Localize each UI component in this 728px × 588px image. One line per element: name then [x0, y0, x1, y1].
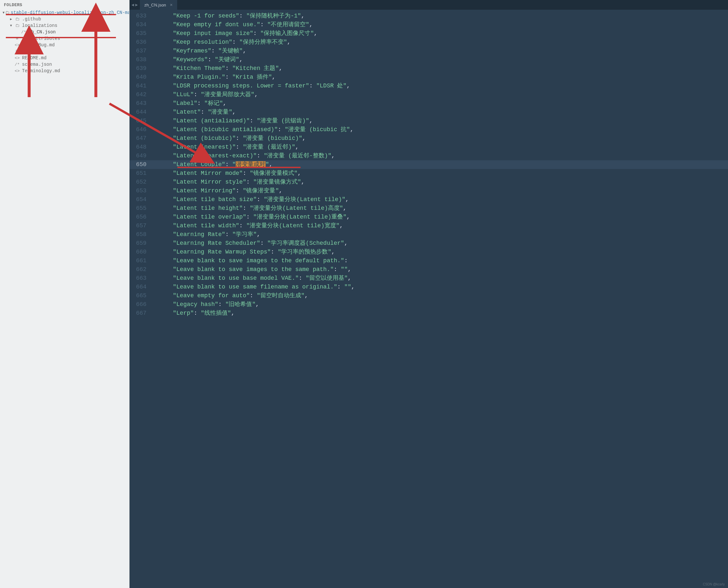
- code-line[interactable]: "Latent tile batch size": "潜变量分块(Latent …: [152, 195, 728, 204]
- gutter-line: 653: [136, 187, 146, 195]
- gutter-line: 642: [136, 90, 146, 99]
- gutter-line: 656: [136, 213, 146, 222]
- tree-item-label: LICENSE: [22, 49, 41, 54]
- tree-item-label: schema.json: [22, 62, 52, 67]
- code-line[interactable]: "Keep -1 for seeds": "保持随机种子为-1",: [152, 12, 728, 20]
- tree-file-gitattributes[interactable]: ≡ .gitattributes: [0, 35, 129, 42]
- folder-icon: 🗀: [14, 23, 21, 28]
- tree-root-folder[interactable]: ▼ 🗀 stable-diffusion-webui-localization-…: [0, 9, 129, 16]
- tree-file-zhcn-json[interactable]: /* zh_CN.json: [0, 29, 129, 35]
- code-line[interactable]: "LDSR processing steps. Lower = faster":…: [152, 82, 728, 90]
- tree-item-label: Terminology.md: [22, 68, 60, 74]
- gutter-line: 639: [136, 64, 146, 73]
- tree-item-label: stable-diffusion-webui-localization-zh_C…: [11, 10, 129, 15]
- code-line[interactable]: "Leave blank to save images to the defau…: [152, 256, 728, 265]
- gutter-line: 643: [136, 99, 146, 108]
- code-line[interactable]: "Leave blank to use same filename as ori…: [152, 283, 728, 291]
- code-line[interactable]: "Latent tile overlap": "潜变量分块(Latent til…: [152, 213, 728, 222]
- code-line[interactable]: "Latent (bicubic)": "潜变量 (bicubic)",: [152, 134, 728, 143]
- code-line[interactable]: "Krita Plugin.": "Krita 插件",: [152, 73, 728, 82]
- code-line[interactable]: "Learning Rate Warmup Steps": "学习率的预热步数"…: [152, 248, 728, 256]
- code-line[interactable]: "Leave empty for auto": "留空时自动生成",: [152, 291, 728, 300]
- line-gutter: 6336346356366376386396406416426436446456…: [129, 10, 152, 588]
- tree-item-label: Known-Bug.md: [22, 42, 55, 48]
- tree-item-label: .gitattributes: [22, 36, 60, 41]
- gutter-line: 640: [136, 73, 146, 82]
- tabs-row: ◀ ▶ zh_CN.json ×: [129, 0, 728, 10]
- gutter-line: 646: [136, 125, 146, 134]
- code-line[interactable]: "Latent": "潜变量",: [152, 108, 728, 117]
- tab-forward-icon[interactable]: ▶: [136, 2, 138, 7]
- disclosure-triangle-down-icon[interactable]: ▼: [9, 24, 13, 27]
- gutter-line: 635: [136, 29, 146, 38]
- code-line[interactable]: "Latent tile height": "潜变量分块(Latent tile…: [152, 204, 728, 213]
- code-line[interactable]: "Latent (antialiased)": "潜变量 (抗锯齿)",: [152, 117, 728, 125]
- gutter-line: 655: [136, 204, 146, 213]
- code-line[interactable]: "Latent Mirror mode": "镜像潜变量模式",: [152, 169, 728, 178]
- gutter-line: 661: [136, 256, 146, 265]
- gutter-line: 648: [136, 143, 146, 151]
- file-code-icon: <>: [14, 56, 21, 61]
- file-doc-icon: 🗋: [14, 49, 21, 54]
- code-line[interactable]: "Keyframes": "关键帧",: [152, 47, 728, 55]
- code-line[interactable]: "Keep resolution": "保持分辨率不变",: [152, 38, 728, 47]
- file-code-icon: <>: [14, 43, 21, 48]
- file-comment-icon: /*: [14, 62, 21, 67]
- tab-back-icon[interactable]: ◀: [131, 2, 134, 7]
- code-line[interactable]: "Keep input image size": "保持输入图像尺寸",: [152, 29, 728, 38]
- code-line[interactable]: "Kitchen Theme": "Kitchen 主题",: [152, 64, 728, 73]
- code-line[interactable]: "Label": "标记",: [152, 99, 728, 108]
- file-code-icon: <>: [14, 69, 21, 74]
- disclosure-triangle-right-icon[interactable]: ▶: [9, 17, 13, 21]
- gutter-line: 667: [136, 309, 146, 318]
- close-icon[interactable]: ×: [170, 2, 173, 7]
- gutter-line: 663: [136, 274, 146, 283]
- gutter-line: 633: [136, 12, 146, 20]
- code-line[interactable]: "Learning Rate Scheduler": "学习率调度器(Sched…: [152, 239, 728, 248]
- tree-file-readme[interactable]: <> README.md: [0, 55, 129, 61]
- editor-tab[interactable]: zh_CN.json ×: [140, 0, 177, 10]
- code-line[interactable]: "Latent Mirroring": "镜像潜变量",: [152, 187, 728, 195]
- disclosure-triangle-down-icon[interactable]: ▼: [3, 11, 4, 15]
- gutter-line: 649: [136, 151, 146, 160]
- gutter-line: 664: [136, 283, 146, 291]
- tab-title: zh_CN.json: [144, 3, 166, 7]
- gutter-line: 657: [136, 222, 146, 230]
- gutter-line: 644: [136, 108, 146, 117]
- code-container: 6336346356366376386396406416426436446456…: [129, 10, 728, 588]
- code-line[interactable]: "Lerp": "线性插值",: [152, 309, 728, 318]
- tree-file-known-bug[interactable]: <> Known-Bug.md: [0, 42, 129, 48]
- gutter-line: 650: [129, 160, 152, 169]
- tree-folder-github[interactable]: ▶ 🗀 .github: [0, 16, 129, 22]
- gutter-line: 637: [136, 47, 146, 55]
- folder-icon: 🗀: [14, 17, 21, 22]
- code-line[interactable]: "Latent (nearest-exact)": "潜变量 (最近邻-整数)"…: [152, 151, 728, 160]
- gutter-line: 659: [136, 239, 146, 248]
- code-line[interactable]: "Learning Rate": "学习率",: [152, 230, 728, 239]
- code-line[interactable]: "Latent Mirror style": "潜变量镜像方式",: [152, 178, 728, 187]
- tab-arrows: ◀ ▶: [129, 2, 140, 7]
- gutter-line: 662: [136, 265, 146, 274]
- tree-file-license[interactable]: 🗋 LICENSE: [0, 48, 129, 55]
- code-line[interactable]: "Latent (nearest)": "潜变量 (最近邻)",: [152, 143, 728, 151]
- code-line[interactable]: "Latent (bicubic antialiased)": "潜变量 (bi…: [152, 125, 728, 134]
- code-line[interactable]: "Keep empty if dont use.": "不使用请留空",: [152, 20, 728, 29]
- code-line[interactable]: "Latent Couple": "潜变量成对",: [152, 160, 728, 169]
- file-comment-icon: /*: [20, 30, 27, 35]
- gutter-line: 638: [136, 55, 146, 64]
- tree-item-label: README.md: [22, 55, 47, 61]
- code-line[interactable]: "Leave blank to use base model VAE.": "留…: [152, 274, 728, 283]
- code-line[interactable]: "Keywords": "关键词",: [152, 55, 728, 64]
- tree-file-schema[interactable]: /* schema.json: [0, 61, 129, 68]
- tree-folder-localizations[interactable]: ▼ 🗀 localizations: [0, 22, 129, 29]
- code-line[interactable]: "LLuL": "潜变量局部放大器",: [152, 90, 728, 99]
- tree-item-label: .github: [22, 17, 41, 22]
- code-line[interactable]: "Latent tile width": "潜变量分块(Latent tile)…: [152, 222, 728, 230]
- code-content[interactable]: "Keep -1 for seeds": "保持随机种子为-1", "Keep …: [152, 10, 728, 588]
- gutter-line: 651: [136, 169, 146, 178]
- code-line[interactable]: "Legacy hash": "旧哈希值",: [152, 300, 728, 309]
- code-line[interactable]: "Leave blank to save images to the same …: [152, 265, 728, 274]
- gutter-line: 658: [136, 230, 146, 239]
- tree-file-terminology[interactable]: <> Terminology.md: [0, 68, 129, 74]
- folder-sidebar: FOLDERS ▼ 🗀 stable-diffusion-webui-local…: [0, 0, 129, 588]
